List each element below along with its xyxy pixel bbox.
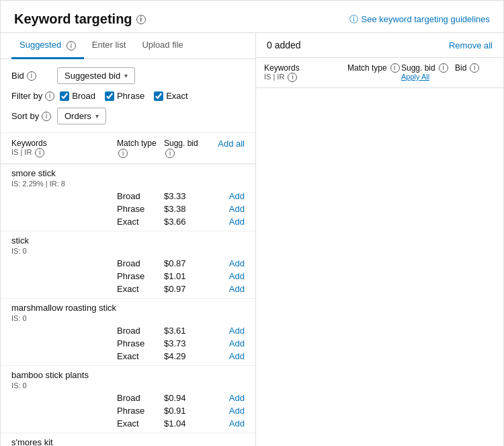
title-info-icon[interactable]: i [136,15,146,24]
keywords-list: smore stickIS: 2.29% | IR: 8 Broad $3.33… [1,164,255,446]
right-kw-info-icon[interactable]: i [288,73,297,82]
filter-phrase-checkbox[interactable] [105,91,114,101]
add-cell: Add [211,326,245,336]
keyword-match-row: Broad $3.61 Add [1,324,255,337]
filter-checkboxes: Broad Phrase Exact [60,91,187,101]
keyword-match-row: Phrase $0.91 Add [1,404,255,417]
add-link[interactable]: Add [229,406,245,416]
match-type-cell: Broad [117,326,164,336]
keyword-match-row: Phrase $3.38 Add [1,202,255,215]
add-link[interactable]: Add [229,191,245,201]
sort-info-icon[interactable]: i [42,112,51,121]
filter-phrase-label[interactable]: Phrase [105,91,144,101]
keyword-match-row: Exact $3.66 Add [1,215,255,231]
keyword-col-info-icon[interactable]: i [35,148,44,157]
bid-info-icon[interactable]: i [27,71,36,81]
col-keyword-header: Keywords IS | IR i [11,139,117,158]
match-type-cell: Phrase [117,204,164,214]
right-sugg-info-icon[interactable]: i [439,63,448,73]
filter-exact-label[interactable]: Exact [154,91,188,101]
add-cell: Add [211,338,245,348]
suggested-tab-info-icon[interactable]: i [67,41,76,50]
sugg-bid-cell: $0.94 [164,393,211,403]
keyword-match-row: Phrase $1.01 Add [1,270,255,283]
add-all-link[interactable]: Add all [218,139,245,149]
add-link[interactable]: Add [229,418,245,429]
remove-all-link[interactable]: Remove all [449,40,493,50]
right-col-bid-header: Bid i [455,63,495,82]
keyword-name-row: bamboo stick plantsIS: 0 [1,366,255,392]
filter-broad-label[interactable]: Broad [60,91,95,101]
add-link[interactable]: Add [229,284,245,294]
right-panel: 0 added Remove all Keywords IS | IR i Ma… [256,33,503,446]
apply-all-link[interactable]: Apply All [401,73,455,81]
right-match-info-icon[interactable]: i [390,63,400,73]
page-wrapper: Keyword targeting i ⓘ See keyword target… [0,0,504,446]
sugg-bid-cell: $3.38 [164,204,211,214]
tabs-container: Suggested i Enter list Upload file [1,33,255,59]
keyword-match-row: Exact $4.29 Add [1,350,255,365]
sugg-bid-cell: $0.91 [164,406,211,416]
sugg-bid-cell: $3.73 [164,338,211,348]
right-header: 0 added Remove all [256,33,503,58]
tab-suggested[interactable]: Suggested i [11,33,84,59]
sort-dropdown[interactable]: Orders ▾ [57,108,106,124]
sugg-col-info-icon[interactable]: i [165,149,175,158]
keyword-name: s'mores kit [11,437,53,446]
tab-enter-list[interactable]: Enter list [84,33,134,59]
add-link[interactable]: Add [229,271,245,281]
col-match-header: Match type i [117,139,164,158]
match-type-cell: Exact [117,351,164,361]
keyword-match-row: Exact $1.04 Add [1,417,255,433]
filter-label: Filter by i [11,91,54,101]
add-link[interactable]: Add [229,258,245,268]
add-link[interactable]: Add [229,217,245,227]
sort-chevron-icon: ▾ [95,112,99,120]
keyword-name: stick [11,235,29,246]
match-type-cell: Broad [117,393,164,403]
keyword-match-row: Exact $0.97 Add [1,283,255,298]
col-sugg-header: Sugg. bid i [164,139,211,158]
add-link[interactable]: Add [229,326,245,336]
add-link[interactable]: Add [229,393,245,403]
sort-row: Sort by i Orders ▾ [11,108,245,124]
keyword-group: stickIS: 0 Broad $0.87 Add Phrase $1.01 … [1,231,255,299]
keyword-name: smore stick [11,168,56,178]
col-add-header: Add all [211,139,245,158]
keyword-name-row: smore stickIS: 2.29% | IR: 8 [1,164,255,190]
add-link[interactable]: Add [229,351,245,361]
keyword-group: s'mores kitIS: 0.46% | IR: 20 Broad $1.5… [1,433,255,446]
match-type-cell: Broad [117,191,164,201]
match-col-info-icon[interactable]: i [118,149,128,158]
right-col-match-header: Match type i [347,63,401,82]
filter-broad-checkbox[interactable] [60,91,69,101]
keyword-meta: IS: 0 [11,314,27,322]
bid-dropdown[interactable]: Suggested bid ▾ [57,67,135,84]
match-type-cell: Phrase [117,338,164,348]
sugg-bid-cell: $3.61 [164,326,211,336]
right-bid-info-icon[interactable]: i [470,63,479,73]
keyword-match-row: Broad $0.87 Add [1,257,255,270]
bid-row: Bid i Suggested bid ▾ [11,67,245,84]
add-link[interactable]: Add [229,338,245,348]
keyword-match-row: Broad $3.33 Add [1,190,255,202]
sugg-bid-cell: $1.01 [164,271,211,281]
add-link[interactable]: Add [229,204,245,214]
keywords-table-header: Keywords IS | IR i Match type i Sugg. bi… [1,133,255,164]
filter-row: Filter by i Broad Phrase [11,91,245,101]
add-cell: Add [211,217,245,227]
guidelines-link[interactable]: ⓘ See keyword targeting guidelines [349,13,490,26]
right-col-kw-header: Keywords IS | IR i [264,63,347,82]
filter-info-icon[interactable]: i [45,91,54,101]
add-cell: Add [211,258,245,268]
tab-upload-file[interactable]: Upload file [134,33,191,59]
keyword-group: bamboo stick plantsIS: 0 Broad $0.94 Add… [1,366,255,433]
added-count: 0 added [267,40,301,50]
sugg-bid-cell: $4.29 [164,351,211,361]
add-cell: Add [211,393,245,403]
filter-exact-checkbox[interactable] [154,91,163,101]
keyword-name-row: marshmallow roasting stickIS: 0 [1,299,255,324]
keyword-match-row: Broad $0.94 Add [1,392,255,404]
keyword-name: bamboo stick plants [11,370,89,380]
keyword-group: smore stickIS: 2.29% | IR: 8 Broad $3.33… [1,164,255,231]
